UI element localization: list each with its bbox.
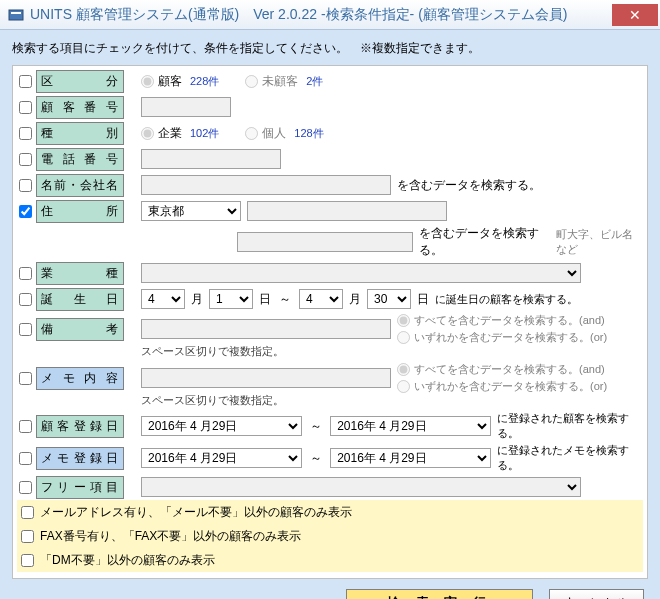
m-label2: 月 (349, 291, 361, 308)
bikou-space-hint: スペース区切りで複数指定。 (17, 344, 643, 359)
jusho-label: 住 所 (36, 200, 124, 223)
jusho-hint: を含むデータを検索する。 (419, 225, 545, 259)
shubetsu-checkbox[interactable] (19, 127, 32, 140)
svg-rect-1 (11, 12, 21, 14)
kokyakubangou-label: 顧客番号 (36, 96, 124, 119)
jusho-select[interactable]: 東京都 (141, 201, 241, 221)
shubetsu-opt2: 個人 (262, 125, 286, 142)
kokyakutoroku-date1[interactable]: 2016年 4 月29日 (141, 416, 302, 436)
kokyakutoroku-checkbox[interactable] (19, 420, 32, 433)
window-title: UNITS 顧客管理システム(通常版) Ver 2.0.22 -検索条件指定- … (30, 6, 612, 24)
namae-input[interactable] (141, 175, 391, 195)
bikou-or: いずれかを含むデータを検索する。(or) (414, 330, 607, 345)
svg-rect-0 (9, 10, 23, 20)
shubetsu-label: 種 別 (36, 122, 124, 145)
fax-filter-checkbox[interactable] (21, 530, 34, 543)
namae-checkbox[interactable] (19, 179, 32, 192)
mail-filter-checkbox[interactable] (21, 506, 34, 519)
kubun-checkbox[interactable] (19, 75, 32, 88)
denwa-label: 電話番号 (36, 148, 124, 171)
memotoroku-checkbox[interactable] (19, 452, 32, 465)
cancel-button[interactable]: キャンセル (549, 589, 644, 599)
bikou-input[interactable] (141, 319, 391, 339)
app-icon (8, 7, 24, 23)
tanjobi-checkbox[interactable] (19, 293, 32, 306)
namae-hint: を含むデータを検索する。 (397, 177, 541, 194)
gyoshu-select[interactable] (141, 263, 581, 283)
memotoroku-date2[interactable]: 2016年 4 月29日 (330, 448, 491, 468)
denwa-checkbox[interactable] (19, 153, 32, 166)
kokyakutoroku-date2[interactable]: 2016年 4 月29日 (330, 416, 491, 436)
gyoshu-checkbox[interactable] (19, 267, 32, 280)
kokyakutoroku-hint: に登録された顧客を検索する。 (497, 411, 643, 441)
close-button[interactable]: ✕ (612, 4, 658, 26)
kokyakutoroku-sep: ～ (310, 418, 322, 435)
bikou-checkbox[interactable] (19, 323, 32, 336)
bikou-and-radio[interactable] (397, 314, 410, 327)
kokyakubangou-input[interactable] (141, 97, 231, 117)
d-label2: 日 (417, 291, 429, 308)
memotoroku-label: メモ登録日 (36, 447, 124, 470)
memo-label: メモ内容 (36, 367, 124, 390)
tanjobi-hint: に誕生日の顧客を検索する。 (435, 292, 578, 307)
memo-input[interactable] (141, 368, 391, 388)
memotoroku-hint: に登録されたメモを検索する。 (497, 443, 643, 473)
shubetsu-opt1: 企業 (158, 125, 182, 142)
instruction-text: 検索する項目にチェックを付けて、条件を指定してください。 ※複数指定できます。 (12, 40, 648, 57)
tanjobi-m2[interactable]: 4 (299, 289, 343, 309)
kubun-radio-kokyaku[interactable] (141, 75, 154, 88)
mail-filter-label: メールアドレス有り、「メール不要」以外の顧客のみ表示 (40, 504, 352, 521)
tanjobi-label: 誕生日 (36, 288, 124, 311)
m-label1: 月 (191, 291, 203, 308)
tanjobi-d1[interactable]: 1 (209, 289, 253, 309)
bikou-label: 備考 (36, 318, 124, 341)
shubetsu-count1: 102件 (190, 126, 219, 141)
memo-or-radio[interactable] (397, 380, 410, 393)
freeitem-checkbox[interactable] (19, 481, 32, 494)
jusho-checkbox[interactable] (19, 205, 32, 218)
memo-space-hint: スペース区切りで複数指定。 (17, 393, 643, 408)
search-button[interactable]: 検 索 実 行 (346, 589, 533, 599)
bikou-or-radio[interactable] (397, 331, 410, 344)
memo-and-radio[interactable] (397, 363, 410, 376)
gyoshu-label: 業 種 (36, 262, 124, 285)
memo-and: すべてを含むデータを検索する。(and) (414, 362, 605, 377)
kokyakutoroku-label: 顧客登録日 (36, 415, 124, 438)
jusho-hint2: 町大字、ビル名など (556, 227, 643, 257)
kubun-count2: 2件 (306, 74, 323, 89)
denwa-input[interactable] (141, 149, 281, 169)
d-label1: 日 (259, 291, 271, 308)
memo-or: いずれかを含むデータを検索する。(or) (414, 379, 607, 394)
fax-filter-label: FAX番号有り、「FAX不要」以外の顧客のみ表示 (40, 528, 301, 545)
jusho-input2[interactable] (237, 232, 413, 252)
dm-filter-checkbox[interactable] (21, 554, 34, 567)
memotoroku-sep: ～ (310, 450, 322, 467)
shubetsu-radio-kojin[interactable] (245, 127, 258, 140)
dm-filter-label: 「DM不要」以外の顧客のみ表示 (40, 552, 215, 569)
freeitem-label: フリー項目 (36, 476, 124, 499)
tanjobi-sep: ～ (279, 291, 291, 308)
tanjobi-d2[interactable]: 30 (367, 289, 411, 309)
kubun-label: 区 分 (36, 70, 124, 93)
shubetsu-radio-kigyo[interactable] (141, 127, 154, 140)
kubun-opt1: 顧客 (158, 73, 182, 90)
kokyakubangou-checkbox[interactable] (19, 101, 32, 114)
kubun-radio-mikokyaku[interactable] (245, 75, 258, 88)
tanjobi-m1[interactable]: 4 (141, 289, 185, 309)
memotoroku-date1[interactable]: 2016年 4 月29日 (141, 448, 302, 468)
memo-checkbox[interactable] (19, 372, 32, 385)
kubun-count1: 228件 (190, 74, 219, 89)
kubun-opt2: 未顧客 (262, 73, 298, 90)
bikou-and: すべてを含むデータを検索する。(and) (414, 313, 605, 328)
freeitem-select[interactable] (141, 477, 581, 497)
namae-label: 名前・会社名 (36, 174, 124, 197)
jusho-input1[interactable] (247, 201, 447, 221)
shubetsu-count2: 128件 (294, 126, 323, 141)
